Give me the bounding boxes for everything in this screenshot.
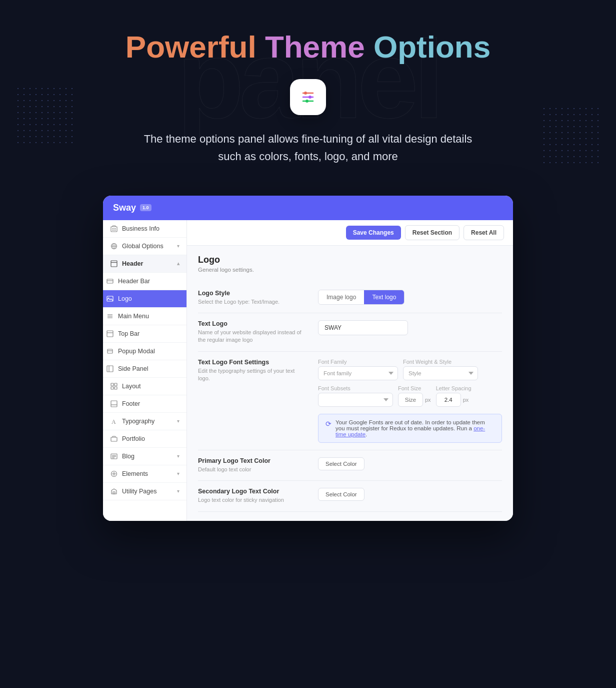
font-subsets-select[interactable] bbox=[318, 393, 393, 407]
font-subsets-label: Font Subsets bbox=[318, 385, 393, 391]
sidebar-label-business-info: Business Info bbox=[122, 225, 160, 232]
dots-decoration-left bbox=[15, 86, 75, 146]
chevron-down-icon-blog: ▾ bbox=[177, 453, 180, 459]
panel-version: 1.0 bbox=[140, 204, 152, 211]
elements-icon bbox=[110, 470, 118, 478]
sidebar-label-utility-pages: Utility Pages bbox=[122, 488, 156, 495]
info-icon: ⟳ bbox=[326, 420, 332, 428]
font-settings-control: Font Family Font family Font Weight & St… bbox=[318, 359, 502, 443]
header-bar-icon bbox=[106, 277, 114, 285]
panel-body: Business Info Global Options ▾ Header ▴ bbox=[103, 220, 513, 521]
sidebar-label-logo: Logo bbox=[118, 295, 132, 302]
theme-panel: Sway 1.0 Business Info Global Optio bbox=[103, 196, 513, 521]
primary-color-button[interactable]: Select Color bbox=[318, 457, 364, 470]
sidebar-item-elements[interactable]: Elements ▾ bbox=[103, 465, 186, 483]
font-style-select[interactable]: Style bbox=[403, 366, 478, 380]
typography-icon: A bbox=[110, 417, 118, 425]
sidebar-label-portfolio: Portfolio bbox=[122, 435, 145, 442]
sidebar-item-portfolio[interactable]: Portfolio bbox=[103, 430, 186, 448]
blog-icon bbox=[110, 452, 118, 460]
save-changes-button[interactable]: Save Changes bbox=[346, 226, 401, 240]
dots-decoration-right bbox=[541, 106, 601, 166]
content-area: Logo General logo settings. Logo Style S… bbox=[187, 246, 513, 521]
secondary-color-label-group: Secondary Logo Text Color Logo text colo… bbox=[198, 488, 308, 504]
portfolio-icon bbox=[110, 435, 118, 443]
secondary-color-row: Secondary Logo Text Color Logo text colo… bbox=[198, 481, 502, 511]
chevron-down-icon-utility: ▾ bbox=[177, 488, 180, 494]
secondary-color-label: Secondary Logo Text Color bbox=[198, 488, 308, 495]
sidebar-item-footer[interactable]: Footer bbox=[103, 395, 186, 413]
info-banner: ⟳ Your Google Fonts are out of date. In … bbox=[318, 414, 502, 443]
title-word-options: Options bbox=[374, 30, 490, 64]
sidebar-item-header[interactable]: Header ▴ bbox=[103, 255, 186, 273]
font-size-label: Font Size bbox=[398, 385, 431, 391]
chevron-up-icon: ▴ bbox=[177, 261, 180, 266]
sidebar-item-global-options[interactable]: Global Options ▾ bbox=[103, 238, 186, 255]
sidebar-item-layout[interactable]: Layout bbox=[103, 378, 186, 395]
text-logo-row: Text Logo Name of your website displayed… bbox=[198, 313, 502, 352]
primary-color-desc: Default logo text color bbox=[198, 466, 308, 473]
font-family-label: Font Family bbox=[318, 359, 398, 365]
letter-spacing-input[interactable] bbox=[436, 393, 461, 407]
building-icon bbox=[110, 225, 118, 233]
sidebar-label-layout: Layout bbox=[122, 383, 141, 390]
sidebar-item-business-info[interactable]: Business Info bbox=[103, 220, 186, 238]
font-size-input[interactable] bbox=[398, 393, 423, 407]
logo-text: Sway bbox=[113, 203, 136, 213]
svg-rect-9 bbox=[112, 230, 114, 231]
sidebar-item-logo[interactable]: Logo bbox=[103, 290, 186, 308]
svg-rect-30 bbox=[114, 383, 117, 386]
font-settings-row: Text Logo Font Settings Edit the typogra… bbox=[198, 352, 502, 450]
sidebar-item-utility-pages[interactable]: Utility Pages ▾ bbox=[103, 483, 186, 500]
text-logo-label: Text Logo bbox=[198, 320, 308, 327]
logo-style-control: Image logo Text logo bbox=[318, 290, 502, 305]
svg-rect-8 bbox=[114, 228, 116, 229]
font-settings-desc: Edit the typography settings of your tex… bbox=[198, 367, 308, 383]
sidebar-item-popup-modal[interactable]: Popup Modal bbox=[103, 343, 186, 360]
layout-icon bbox=[110, 260, 118, 268]
text-logo-label-group: Text Logo Name of your website displayed… bbox=[198, 320, 308, 344]
reset-section-button[interactable]: Reset Section bbox=[405, 225, 460, 240]
svg-point-3 bbox=[308, 96, 312, 99]
image-logo-toggle[interactable]: Image logo bbox=[318, 290, 364, 304]
sidebar-item-typography[interactable]: A Typography ▾ bbox=[103, 413, 186, 430]
text-logo-input[interactable] bbox=[318, 320, 408, 335]
hero-icon bbox=[290, 79, 326, 115]
svg-rect-23 bbox=[107, 331, 113, 337]
sidebar-item-header-bar[interactable]: Header Bar bbox=[103, 273, 186, 290]
sidebar-item-main-menu[interactable]: Main Menu bbox=[103, 308, 186, 325]
sidebar-label-footer: Footer bbox=[122, 400, 140, 407]
letter-spacing-label: Letter Spacing bbox=[436, 385, 472, 391]
text-logo-toggle[interactable]: Text logo bbox=[364, 290, 404, 304]
sidebar-label-header-bar: Header Bar bbox=[118, 278, 150, 285]
svg-point-5 bbox=[306, 100, 308, 103]
sidebar: Business Info Global Options ▾ Header ▴ bbox=[103, 220, 187, 521]
primary-color-label-group: Primary Logo Text Color Default logo tex… bbox=[198, 457, 308, 473]
secondary-color-control: Select Color bbox=[318, 488, 502, 501]
one-time-update-link[interactable]: one-time update bbox=[336, 425, 485, 437]
svg-rect-33 bbox=[111, 401, 117, 407]
font-family-select[interactable]: Font family bbox=[318, 366, 398, 380]
section-subtitle: General logo settings. bbox=[198, 267, 502, 273]
svg-point-1 bbox=[304, 92, 307, 95]
sidebar-item-top-bar[interactable]: Top Bar bbox=[103, 325, 186, 343]
sidebar-label-global-options: Global Options bbox=[122, 243, 164, 250]
chevron-down-icon-typography: ▾ bbox=[177, 418, 180, 424]
svg-rect-36 bbox=[111, 437, 117, 441]
svg-rect-10 bbox=[114, 230, 116, 231]
title-word-powerful: Powerful bbox=[126, 30, 256, 64]
text-logo-desc: Name of your website displayed instead o… bbox=[198, 329, 308, 344]
text-logo-control bbox=[318, 320, 502, 335]
font-settings-label-group: Text Logo Font Settings Edit the typogra… bbox=[198, 359, 308, 383]
svg-rect-32 bbox=[114, 387, 117, 389]
title-word-theme: Theme bbox=[265, 30, 365, 64]
main-content: Save Changes Reset Section Reset All Log… bbox=[187, 220, 513, 521]
svg-rect-31 bbox=[111, 387, 114, 389]
sidebar-item-blog[interactable]: Blog ▾ bbox=[103, 448, 186, 465]
sidebar-item-side-panel[interactable]: Side Panel bbox=[103, 360, 186, 378]
primary-color-control: Select Color bbox=[318, 457, 502, 470]
svg-rect-25 bbox=[108, 349, 112, 353]
secondary-color-button[interactable]: Select Color bbox=[318, 488, 364, 501]
sidebar-label-header: Header bbox=[122, 260, 143, 267]
reset-all-button[interactable]: Reset All bbox=[464, 225, 504, 240]
